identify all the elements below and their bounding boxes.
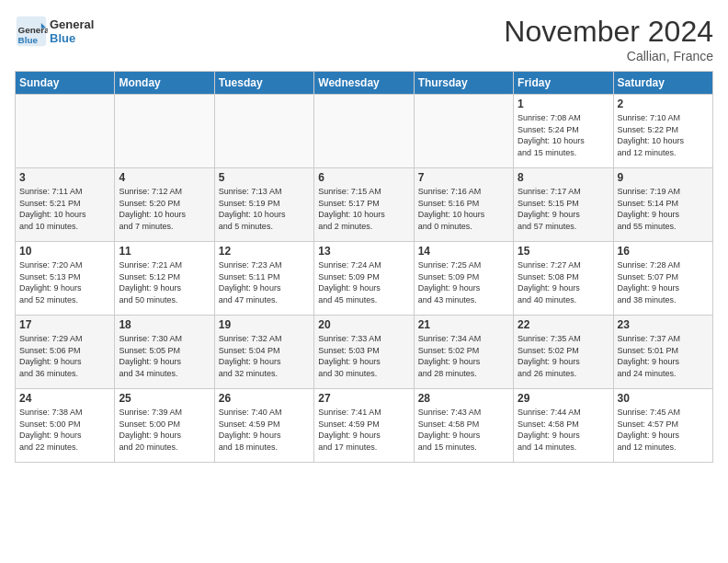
weekday-header-thursday: Thursday	[414, 72, 513, 95]
calendar-cell: 23Sunrise: 7:37 AM Sunset: 5:01 PM Dayli…	[613, 316, 712, 389]
calendar-header: SundayMondayTuesdayWednesdayThursdayFrid…	[16, 72, 713, 95]
day-number: 28	[418, 392, 509, 405]
logo-line2: Blue	[50, 31, 94, 45]
day-number: 1	[518, 98, 609, 110]
logo: General Blue General Blue	[15, 15, 94, 48]
day-number: 10	[19, 245, 110, 258]
calendar-cell: 2Sunrise: 7:10 AM Sunset: 5:22 PM Daylig…	[613, 95, 712, 168]
day-number: 16	[618, 245, 709, 258]
day-number: 7	[418, 171, 509, 184]
calendar-cell: 13Sunrise: 7:24 AM Sunset: 5:09 PM Dayli…	[314, 242, 414, 316]
day-number: 27	[318, 392, 409, 405]
calendar-cell: 4Sunrise: 7:12 AM Sunset: 5:20 PM Daylig…	[115, 168, 214, 242]
day-info: Sunrise: 7:10 AM Sunset: 5:22 PM Dayligh…	[618, 112, 709, 158]
calendar-cell: 21Sunrise: 7:34 AM Sunset: 5:02 PM Dayli…	[414, 316, 513, 389]
calendar-cell: 8Sunrise: 7:17 AM Sunset: 5:15 PM Daylig…	[514, 168, 613, 242]
day-info: Sunrise: 7:15 AM Sunset: 5:17 PM Dayligh…	[318, 186, 409, 232]
calendar-cell: 14Sunrise: 7:25 AM Sunset: 5:09 PM Dayli…	[414, 242, 513, 316]
location-subtitle: Callian, France	[504, 49, 713, 63]
day-info: Sunrise: 7:30 AM Sunset: 5:05 PM Dayligh…	[119, 333, 210, 379]
day-info: Sunrise: 7:28 AM Sunset: 5:07 PM Dayligh…	[618, 259, 709, 305]
calendar-cell: 9Sunrise: 7:19 AM Sunset: 5:14 PM Daylig…	[613, 168, 712, 242]
calendar-cell: 10Sunrise: 7:20 AM Sunset: 5:13 PM Dayli…	[16, 242, 115, 316]
day-info: Sunrise: 7:43 AM Sunset: 4:58 PM Dayligh…	[418, 407, 509, 453]
calendar-cell: 7Sunrise: 7:16 AM Sunset: 5:16 PM Daylig…	[414, 168, 513, 242]
calendar-cell	[314, 95, 414, 168]
day-info: Sunrise: 7:16 AM Sunset: 5:16 PM Dayligh…	[418, 186, 509, 232]
calendar-table: SundayMondayTuesdayWednesdayThursdayFrid…	[15, 71, 713, 463]
calendar-cell: 25Sunrise: 7:39 AM Sunset: 5:00 PM Dayli…	[115, 389, 214, 463]
day-info: Sunrise: 7:41 AM Sunset: 4:59 PM Dayligh…	[318, 407, 409, 453]
day-info: Sunrise: 7:19 AM Sunset: 5:14 PM Dayligh…	[618, 186, 709, 232]
title-block: November 2024 Callian, France	[504, 15, 713, 63]
day-number: 3	[19, 171, 110, 184]
day-info: Sunrise: 7:25 AM Sunset: 5:09 PM Dayligh…	[418, 259, 509, 305]
page-header: General Blue General Blue November 2024 …	[15, 15, 713, 63]
calendar-cell	[115, 95, 214, 168]
calendar-cell	[414, 95, 513, 168]
day-info: Sunrise: 7:08 AM Sunset: 5:24 PM Dayligh…	[518, 112, 609, 158]
day-info: Sunrise: 7:29 AM Sunset: 5:06 PM Dayligh…	[19, 333, 110, 379]
calendar-cell: 24Sunrise: 7:38 AM Sunset: 5:00 PM Dayli…	[16, 389, 115, 463]
weekday-header-monday: Monday	[115, 72, 214, 95]
day-number: 6	[318, 171, 409, 184]
logo-icon: General Blue	[15, 15, 48, 48]
day-number: 18	[119, 318, 210, 331]
calendar-cell: 11Sunrise: 7:21 AM Sunset: 5:12 PM Dayli…	[115, 242, 214, 316]
day-number: 17	[19, 318, 110, 331]
day-info: Sunrise: 7:20 AM Sunset: 5:13 PM Dayligh…	[19, 259, 110, 305]
calendar-cell: 26Sunrise: 7:40 AM Sunset: 4:59 PM Dayli…	[214, 389, 313, 463]
weekday-header-tuesday: Tuesday	[214, 72, 313, 95]
weekday-header-saturday: Saturday	[613, 72, 712, 95]
day-number: 26	[219, 392, 310, 405]
day-info: Sunrise: 7:13 AM Sunset: 5:19 PM Dayligh…	[219, 186, 310, 232]
calendar-cell: 6Sunrise: 7:15 AM Sunset: 5:17 PM Daylig…	[314, 168, 414, 242]
day-info: Sunrise: 7:12 AM Sunset: 5:20 PM Dayligh…	[119, 186, 210, 232]
calendar-cell: 28Sunrise: 7:43 AM Sunset: 4:58 PM Dayli…	[414, 389, 513, 463]
weekday-header-sunday: Sunday	[16, 72, 115, 95]
day-number: 11	[119, 245, 210, 258]
calendar-cell: 18Sunrise: 7:30 AM Sunset: 5:05 PM Dayli…	[115, 316, 214, 389]
calendar-cell	[16, 95, 115, 168]
calendar-cell: 12Sunrise: 7:23 AM Sunset: 5:11 PM Dayli…	[214, 242, 313, 316]
month-title: November 2024	[504, 15, 713, 49]
day-number: 20	[318, 318, 409, 331]
day-info: Sunrise: 7:37 AM Sunset: 5:01 PM Dayligh…	[618, 333, 709, 379]
day-number: 5	[219, 171, 310, 184]
calendar-cell: 22Sunrise: 7:35 AM Sunset: 5:02 PM Dayli…	[514, 316, 613, 389]
calendar-cell: 19Sunrise: 7:32 AM Sunset: 5:04 PM Dayli…	[214, 316, 313, 389]
day-number: 25	[119, 392, 210, 405]
day-number: 12	[219, 245, 310, 258]
calendar-cell	[214, 95, 313, 168]
calendar-cell: 5Sunrise: 7:13 AM Sunset: 5:19 PM Daylig…	[214, 168, 313, 242]
day-info: Sunrise: 7:33 AM Sunset: 5:03 PM Dayligh…	[318, 333, 409, 379]
calendar-cell: 16Sunrise: 7:28 AM Sunset: 5:07 PM Dayli…	[613, 242, 712, 316]
day-number: 4	[119, 171, 210, 184]
day-number: 9	[618, 171, 709, 184]
calendar-cell: 17Sunrise: 7:29 AM Sunset: 5:06 PM Dayli…	[16, 316, 115, 389]
calendar-cell: 15Sunrise: 7:27 AM Sunset: 5:08 PM Dayli…	[514, 242, 613, 316]
calendar-cell: 27Sunrise: 7:41 AM Sunset: 4:59 PM Dayli…	[314, 389, 414, 463]
calendar-cell: 3Sunrise: 7:11 AM Sunset: 5:21 PM Daylig…	[16, 168, 115, 242]
logo-line1: General	[50, 17, 94, 31]
day-number: 19	[219, 318, 310, 331]
day-number: 15	[518, 245, 609, 258]
day-info: Sunrise: 7:23 AM Sunset: 5:11 PM Dayligh…	[219, 259, 310, 305]
day-number: 21	[418, 318, 509, 331]
day-number: 24	[19, 392, 110, 405]
svg-text:Blue: Blue	[18, 35, 39, 45]
calendar-cell: 30Sunrise: 7:45 AM Sunset: 4:57 PM Dayli…	[613, 389, 712, 463]
day-number: 23	[618, 318, 709, 331]
day-info: Sunrise: 7:27 AM Sunset: 5:08 PM Dayligh…	[518, 259, 609, 305]
day-info: Sunrise: 7:39 AM Sunset: 5:00 PM Dayligh…	[119, 407, 210, 453]
day-number: 30	[618, 392, 709, 405]
day-info: Sunrise: 7:32 AM Sunset: 5:04 PM Dayligh…	[219, 333, 310, 379]
day-number: 13	[318, 245, 409, 258]
calendar-cell: 20Sunrise: 7:33 AM Sunset: 5:03 PM Dayli…	[314, 316, 414, 389]
day-info: Sunrise: 7:35 AM Sunset: 5:02 PM Dayligh…	[518, 333, 609, 379]
calendar-cell: 1Sunrise: 7:08 AM Sunset: 5:24 PM Daylig…	[514, 95, 613, 168]
day-number: 2	[618, 98, 709, 110]
calendar-cell: 29Sunrise: 7:44 AM Sunset: 4:58 PM Dayli…	[514, 389, 613, 463]
weekday-header-friday: Friday	[514, 72, 613, 95]
day-info: Sunrise: 7:11 AM Sunset: 5:21 PM Dayligh…	[19, 186, 110, 232]
